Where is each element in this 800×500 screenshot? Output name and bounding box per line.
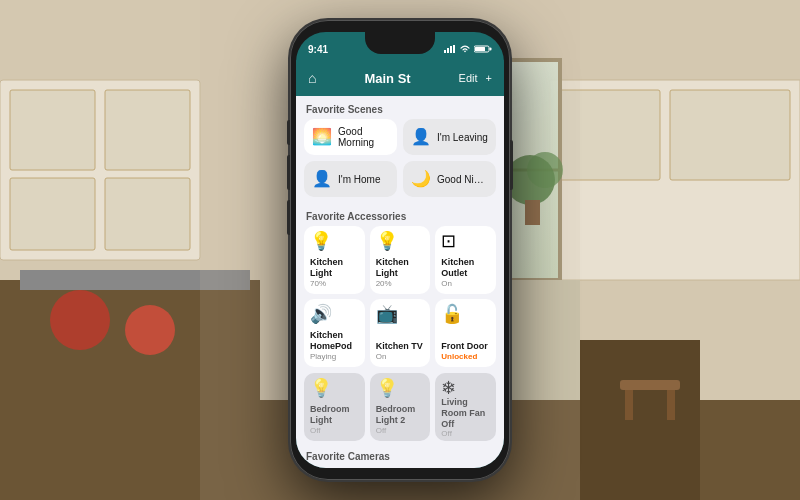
accessory-kitchen-light-1[interactable]: 💡 Kitchen Light 70% xyxy=(304,226,365,294)
accessory-bedroom-light[interactable]: 💡 Bedroom Light Off xyxy=(304,373,365,441)
scenes-grid: 🌅 Good Morning 👤 I'm Leaving 👤 I'm Home … xyxy=(296,119,504,203)
bedroom-light-icon: 💡 xyxy=(310,379,359,397)
nav-actions: Edit + xyxy=(459,72,492,84)
bedroom-light-name: Bedroom Light xyxy=(310,404,359,426)
scene-im-home-label: I'm Home xyxy=(338,174,389,185)
bedroom-light-status: Off xyxy=(310,426,359,435)
living-room-fan-icon: ❄ xyxy=(441,379,490,397)
svg-rect-3 xyxy=(105,90,190,170)
bedroom-light-2-icon: 💡 xyxy=(376,379,425,397)
power-button xyxy=(510,140,513,190)
notch xyxy=(365,32,435,54)
cameras-section-label: Favorite Cameras xyxy=(296,447,504,466)
svg-rect-29 xyxy=(444,50,446,53)
svg-rect-2 xyxy=(10,90,95,170)
homepod-icon: 🔊 xyxy=(310,305,359,323)
svg-rect-26 xyxy=(625,390,633,420)
nav-title: Main St xyxy=(364,71,410,86)
scene-good-night-label: Good Ni… xyxy=(437,174,488,185)
scene-im-leaving-label: I'm Leaving xyxy=(437,132,488,143)
phone: 9:41 xyxy=(290,20,510,480)
accessory-front-door[interactable]: 🔓 Front Door Unlocked xyxy=(435,299,496,367)
scene-good-morning-label: Good Morning xyxy=(338,126,389,148)
scene-leaving-icon: 👤 xyxy=(411,129,431,145)
home-icon[interactable]: ⌂ xyxy=(308,70,316,86)
kitchen-light-1-icon: 💡 xyxy=(310,232,359,250)
accessory-bedroom-light-2[interactable]: 💡 Bedroom Light 2 Off xyxy=(370,373,431,441)
scene-home-icon: 👤 xyxy=(312,171,332,187)
svg-rect-12 xyxy=(670,90,790,180)
accessory-living-room-fan[interactable]: ❄ Living Room Fan Off Off xyxy=(435,373,496,441)
svg-rect-24 xyxy=(580,340,700,500)
svg-rect-25 xyxy=(620,380,680,390)
homepod-status: Playing xyxy=(310,352,359,361)
scene-good-morning[interactable]: 🌅 Good Morning xyxy=(304,119,397,155)
add-button[interactable]: + xyxy=(486,72,492,84)
svg-rect-5 xyxy=(105,178,190,250)
scene-night-icon: 🌙 xyxy=(411,171,431,187)
nav-bar: ⌂ Main St Edit + xyxy=(296,60,504,96)
scene-im-leaving[interactable]: 👤 I'm Leaving xyxy=(403,119,496,155)
accessories-grid: 💡 Kitchen Light 70% 💡 Kitchen Light 20% xyxy=(296,226,504,373)
accessory-homepod[interactable]: 🔊 Kitchen HomePod Playing xyxy=(304,299,365,367)
living-room-fan-status: Off xyxy=(441,429,490,438)
svg-rect-4 xyxy=(10,178,95,250)
svg-rect-27 xyxy=(667,390,675,420)
edit-button[interactable]: Edit xyxy=(459,72,478,84)
svg-rect-35 xyxy=(490,48,492,51)
svg-point-8 xyxy=(50,290,110,350)
kitchen-light-2-name: Kitchen Light xyxy=(376,257,425,279)
kitchen-outlet-icon: ⊡ xyxy=(441,232,490,250)
scene-good-night[interactable]: 🌙 Good Ni… xyxy=(403,161,496,197)
scene-good-morning-icon: 🌅 xyxy=(312,129,332,145)
kitchen-outlet-status: On xyxy=(441,279,490,288)
volume-down-button xyxy=(287,200,290,235)
living-room-fan-name: Living Room Fan Off xyxy=(441,397,490,429)
kitchen-tv-name: Kitchen TV xyxy=(376,341,425,352)
front-door-icon: 🔓 xyxy=(441,305,490,323)
scene-im-home[interactable]: 👤 I'm Home xyxy=(304,161,397,197)
svg-rect-32 xyxy=(453,45,455,53)
kitchen-tv-icon: 📺 xyxy=(376,305,425,323)
scenes-section-label: Favorite Scenes xyxy=(296,96,504,119)
kitchen-light-2-status: 20% xyxy=(376,279,425,288)
bedroom-light-2-status: Off xyxy=(376,426,425,435)
front-door-name: Front Door xyxy=(441,341,490,352)
svg-point-9 xyxy=(125,305,175,355)
scroll-content: Favorite Scenes 🌅 Good Morning 👤 I'm Lea… xyxy=(296,96,504,468)
battery-icon xyxy=(474,45,492,53)
kitchen-light-1-name: Kitchen Light xyxy=(310,257,359,279)
accessory-kitchen-tv[interactable]: 📺 Kitchen TV On xyxy=(370,299,431,367)
homepod-name: Kitchen HomePod xyxy=(310,330,359,352)
kitchen-outlet-name: Kitchen Outlet xyxy=(441,257,490,279)
status-icons xyxy=(444,45,492,53)
bedroom-light-2-name: Bedroom Light 2 xyxy=(376,404,425,426)
accessories-grid-dimmed: 💡 Bedroom Light Off 💡 Bedroom Light 2 Of… xyxy=(296,373,504,447)
signal-icon xyxy=(444,45,456,53)
kitchen-tv-status: On xyxy=(376,352,425,361)
wifi-icon xyxy=(459,45,471,53)
svg-rect-31 xyxy=(450,46,452,53)
accessories-section-label: Favorite Accessories xyxy=(296,203,504,226)
svg-rect-30 xyxy=(447,48,449,53)
accessory-kitchen-light-2[interactable]: 💡 Kitchen Light 20% xyxy=(370,226,431,294)
volume-up-button xyxy=(287,155,290,190)
front-door-status: Unlocked xyxy=(441,352,490,361)
kitchen-light-1-status: 70% xyxy=(310,279,359,288)
kitchen-light-2-icon: 💡 xyxy=(376,232,425,250)
phone-screen: 9:41 xyxy=(296,32,504,468)
clock: 9:41 xyxy=(308,44,328,55)
accessory-kitchen-outlet[interactable]: ⊡ Kitchen Outlet On xyxy=(435,226,496,294)
svg-rect-34 xyxy=(475,47,485,51)
mute-button xyxy=(287,120,290,145)
